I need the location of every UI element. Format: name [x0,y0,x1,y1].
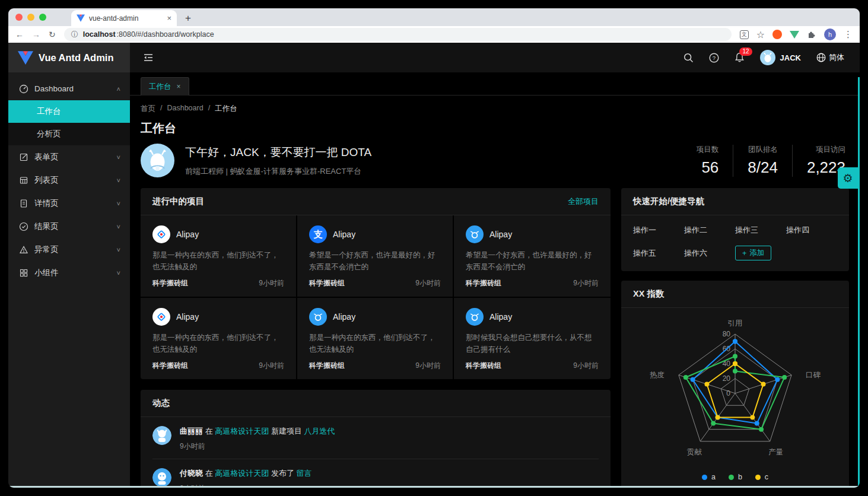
all-projects-link[interactable]: 全部项目 [568,196,599,207]
back-button[interactable]: ← [15,30,24,39]
legend-item-c[interactable]: c [755,473,768,481]
chevron-down-icon: ˅ [117,246,120,253]
language-label: 简体 [829,52,844,63]
page-title: 工作台 [141,120,849,136]
project-card[interactable]: Alipay 那是一种内在的东西，他们到达不了，也无法触及的 科学搬砖组 9小时… [141,298,297,379]
search-icon[interactable] [683,53,694,63]
activity-user[interactable]: 付晓晓 [180,469,203,478]
radar-chart: 020406080引用口碑产量贡献热度 [622,316,848,463]
help-icon[interactable]: ? [709,53,719,63]
team-link[interactable]: 科学搬砖组 [466,361,501,371]
browser-tab-title: vue-antd-admin [89,14,163,23]
activity-user[interactable]: 曲丽丽 [180,427,203,435]
tab-close-icon[interactable]: × [167,14,171,23]
legend-dot [702,475,707,480]
quick-link[interactable]: 操作一 [633,225,684,236]
page-tab-workplace[interactable]: 工作台 × [141,77,189,96]
project-card[interactable]: Alipay 那是一种内在的东西，他们到达不了，也无法触及的 科学搬砖组 9小时… [141,215,297,298]
extension-orange-icon[interactable] [772,30,782,39]
sidebar-item-analysis[interactable]: 分析页 [8,123,130,145]
team-link[interactable]: 科学搬砖组 [466,278,501,288]
notification-bell[interactable]: 12 [735,52,745,63]
svg-text:贡献: 贡献 [687,448,702,456]
url-path: :8080/#/dashboard/workplace [117,30,214,39]
quick-link[interactable]: 操作二 [684,225,735,236]
user-avatar-large [141,144,174,177]
traffic-zoom-button[interactable] [39,14,46,21]
block-icon [19,268,28,278]
browser-tab[interactable]: vue-antd-admin × [71,10,177,26]
settings-gear-button[interactable]: ⚙ [838,167,858,189]
right-edge-accent [858,77,860,488]
tab-close-icon[interactable]: × [177,82,181,91]
sidebar-item-label: Dashboard [34,84,74,93]
ant-logo-icon [466,225,484,243]
antdesign-logo-icon [152,308,170,326]
projects-grid: Alipay 那是一种内在的东西，他们到达不了，也无法触及的 科学搬砖组 9小时… [141,215,611,379]
sidebar-item-result[interactable]: 结果页 ˅ [8,215,130,238]
stat-projects: 项目数 56 [682,145,734,177]
forward-button[interactable]: → [32,30,40,39]
activities-panel: 动态 曲丽丽 [141,390,611,488]
warning-icon [19,245,28,255]
traffic-close-button[interactable] [15,14,23,21]
vue-favicon-icon [77,14,85,22]
project-card[interactable]: Alipay 那时候我只会想自己想要什么，从不想自己拥有什么 科学搬砖组 9小时… [454,298,611,379]
breadcrumb-dashboard[interactable]: Dashboard [167,104,203,114]
quick-link[interactable]: 操作四 [786,225,837,236]
add-button[interactable]: + 添加 [735,246,771,260]
sidebar-item-dashboard[interactable]: Dashboard ˄ [8,77,130,100]
breadcrumb-home[interactable]: 首页 [141,104,155,114]
quick-link[interactable]: 操作五 [633,248,684,259]
site-info-icon[interactable]: ⓘ [71,30,78,40]
project-card[interactable]: Alipay 那是一种内在的东西，他们到达不了，也无法触及的 科学搬砖组 9小时… [297,298,454,379]
svg-text:引用: 引用 [728,319,743,328]
svg-text:80: 80 [723,330,731,338]
language-switch[interactable]: 简体 [816,52,844,63]
chevron-down-icon: ˅ [117,223,120,230]
toolbar-right: 文 ☆ h ⋮ [740,28,853,40]
app-body: Dashboard ˄ 工作台 分析页 表单页 ˅ [8,72,860,488]
traffic-minimize-button[interactable] [27,14,34,21]
sidebar-item-exception[interactable]: 异常页 ˅ [8,238,130,261]
browser-menu-icon[interactable]: ⋮ [844,29,853,40]
sidebar-item-widgets[interactable]: 小组件 ˅ [8,261,130,284]
activity-avatar [152,468,171,487]
quick-link[interactable]: 操作六 [684,248,735,259]
sidebar-item-form[interactable]: 表单页 ˅ [8,145,130,168]
ant-logo-icon [309,308,327,326]
activity-target-link[interactable]: 八月迭代 [304,427,335,435]
sidebar-item-list[interactable]: 列表页 ˅ [8,168,130,192]
activities-title: 动态 [152,398,170,409]
activity-team-link[interactable]: 高逼格设计天团 [215,427,269,435]
team-link[interactable]: 科学搬砖组 [152,278,188,288]
project-card[interactable]: Alipay 希望是一个好东西，也许是最好的，好东西是不会消亡的 科学搬砖组 9… [454,215,611,298]
quick-link[interactable]: 操作三 [735,225,786,236]
app-logo[interactable]: Vue Antd Admin [8,43,130,72]
team-link[interactable]: 科学搬砖组 [152,361,188,371]
activity-item: 曲丽丽 在 高逼格设计天团 新建项目 八月迭代 9小时前 [141,417,611,459]
extension-vue-icon[interactable] [790,31,799,39]
sidebar-item-detail[interactable]: 详情页 ˅ [8,192,130,215]
menu-fold-icon[interactable] [143,53,154,62]
user-menu[interactable]: JACK [760,50,801,65]
reload-button[interactable]: ↻ [49,30,56,39]
activity-target-link[interactable]: 留言 [297,469,312,478]
translate-icon[interactable]: 文 [740,30,749,39]
bookmark-star-icon[interactable]: ☆ [756,29,765,40]
team-link[interactable]: 科学搬砖组 [309,278,345,288]
new-tab-button[interactable]: + [185,12,191,24]
app-root: Vue Antd Admin ? [8,43,860,488]
team-link[interactable]: 科学搬砖组 [309,361,345,371]
dashboard-icon [19,84,28,94]
address-bar[interactable]: ⓘ localhost:8080/#/dashboard/workplace [64,28,732,41]
chevron-up-icon: ˄ [117,85,120,93]
extensions-puzzle-icon[interactable] [807,30,816,39]
activity-team-link[interactable]: 高逼格设计天团 [215,469,269,478]
table-icon [19,176,28,185]
legend-item-a[interactable]: a [702,473,716,481]
sidebar-item-workplace[interactable]: 工作台 [8,100,130,123]
browser-profile-avatar[interactable]: h [824,28,836,40]
project-card[interactable]: 支 Alipay 希望是一个好东西，也许是最好的，好东西是不会消亡的 科学搬砖组… [297,215,454,298]
legend-item-b[interactable]: b [729,473,742,481]
